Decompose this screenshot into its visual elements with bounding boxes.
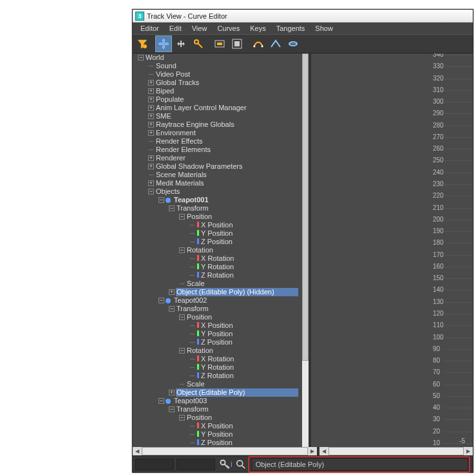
search-icon[interactable] — [234, 457, 248, 471]
tree-row[interactable]: −Rotation — [133, 347, 302, 355]
expander-icon[interactable]: + — [148, 105, 154, 111]
tree-row[interactable]: +Biped — [133, 87, 302, 95]
tree-row[interactable]: ─Scale — [133, 280, 302, 288]
expander-icon[interactable]: + — [169, 390, 175, 395]
tree-row[interactable]: −Position — [133, 414, 302, 422]
expander-icon[interactable]: − — [179, 415, 185, 421]
key-add-button[interactable] — [190, 35, 207, 52]
scrollbar-thumb[interactable] — [302, 53, 309, 361]
menu-keys[interactable]: Keys — [245, 23, 271, 33]
tree-row[interactable]: −Rotation — [133, 246, 302, 254]
hierarchy-tree[interactable]: −World ─Sound ─Video Post +Global Tracks… — [133, 53, 302, 447]
expander-icon[interactable]: + — [148, 130, 154, 136]
expander-icon[interactable]: + — [148, 180, 154, 186]
tangent-auto-button[interactable] — [250, 35, 267, 52]
tree-row[interactable]: ─Z Position — [133, 439, 302, 447]
tree-row[interactable]: ─Y Position — [133, 430, 302, 439]
tree-row[interactable]: ─Y Position — [133, 229, 302, 238]
graph-hscroll-left-arrow[interactable]: ◀ — [319, 447, 328, 455]
tree-row[interactable]: +Object (Editable Poly) — [133, 388, 302, 397]
move-keys-button[interactable] — [155, 35, 172, 52]
tree-row[interactable]: +Renderer — [133, 154, 302, 162]
tree-row[interactable]: ─X Rotation — [133, 254, 302, 263]
tree-row[interactable]: −Teapot003 — [133, 397, 302, 405]
expander-icon[interactable]: + — [148, 80, 154, 86]
expander-icon[interactable]: − — [179, 214, 185, 220]
tree-row[interactable]: +Object (Editable Poly) (Hidden) — [133, 288, 302, 296]
tree-row[interactable]: ─Z Rotation — [133, 372, 302, 380]
tree-row[interactable]: +Environment — [133, 129, 302, 137]
status-field-1[interactable] — [135, 459, 174, 470]
tree-row[interactable]: ─X Position — [133, 422, 302, 430]
menu-curves[interactable]: Curves — [212, 23, 245, 33]
tree-hscroll[interactable] — [142, 447, 308, 455]
graph-hscroll[interactable] — [328, 447, 464, 455]
tree-row[interactable]: −Teapot001 — [133, 196, 302, 204]
tree-row[interactable]: ─Render Effects — [133, 137, 302, 146]
frame-all-button[interactable] — [229, 35, 245, 52]
tree-row[interactable]: ─Sound — [133, 62, 302, 70]
tree-row[interactable]: +Raytrace Engine Globals — [133, 120, 302, 129]
tangent-unify-button[interactable] — [285, 35, 301, 52]
graph-pane[interactable]: 3403303203103002902802702602502402302202… — [311, 53, 473, 447]
menu-view[interactable]: View — [187, 23, 213, 33]
tree-row[interactable]: +Populate — [133, 95, 302, 104]
titlebar[interactable]: 3 Track View - Curve Editor — [133, 10, 473, 23]
menu-show[interactable]: Show — [310, 23, 338, 33]
tree-row[interactable]: ─Z Position — [133, 338, 302, 347]
tree-row[interactable]: −Transform — [133, 305, 302, 313]
tree-row[interactable]: ─Z Position — [133, 238, 302, 246]
selection-name-field[interactable]: Object (Editable Poly) — [251, 458, 468, 471]
expander-icon[interactable]: + — [148, 164, 154, 169]
expander-icon[interactable]: − — [158, 197, 164, 203]
hscroll-left-arrow[interactable]: ◀ — [133, 447, 142, 455]
frame-h-button[interactable] — [211, 35, 228, 52]
status-field-2[interactable] — [176, 459, 215, 470]
expander-icon[interactable]: − — [169, 406, 175, 412]
tree-row[interactable]: ─Scene Materials — [133, 171, 302, 179]
tree-row[interactable]: ─Scale — [133, 380, 302, 388]
expander-icon[interactable]: − — [158, 298, 164, 303]
graph-hscroll-right-arrow[interactable]: ▶ — [464, 447, 473, 455]
menu-editor[interactable]: Editor — [135, 23, 164, 33]
expander-icon[interactable]: − — [179, 314, 185, 320]
tree-row[interactable]: −Transform — [133, 405, 302, 414]
key-icon[interactable] — [218, 457, 232, 471]
slide-keys-button[interactable] — [173, 35, 189, 52]
tree-row[interactable]: +Global Shadow Parameters — [133, 162, 302, 171]
expander-icon[interactable]: − — [179, 348, 185, 354]
tree-scrollbar[interactable] — [302, 53, 309, 447]
hscroll-right-arrow[interactable]: ▶ — [308, 447, 317, 455]
expander-icon[interactable]: + — [148, 97, 154, 102]
tree-row[interactable]: +Global Tracks — [133, 79, 302, 87]
tree-row[interactable]: −Objects — [133, 187, 302, 196]
tree-row[interactable]: −Position — [133, 213, 302, 221]
tree-row[interactable]: ─Y Position — [133, 330, 302, 338]
expander-icon[interactable]: − — [179, 247, 185, 253]
tree-row[interactable]: ─Z Rotation — [133, 271, 302, 280]
expander-icon[interactable]: − — [138, 55, 144, 61]
expander-icon[interactable]: + — [148, 88, 154, 94]
expander-icon[interactable]: − — [148, 189, 154, 195]
expander-icon[interactable]: − — [169, 205, 175, 211]
filter-button[interactable] — [134, 35, 151, 52]
tree-row[interactable]: ─Video Post — [133, 70, 302, 79]
tree-row[interactable]: ─X Rotation — [133, 355, 302, 363]
tree-row[interactable]: ─Y Rotation — [133, 263, 302, 271]
tree-row[interactable]: −Position — [133, 313, 302, 321]
expander-icon[interactable]: + — [169, 289, 175, 295]
tree-row[interactable]: ─X Position — [133, 321, 302, 330]
tree-row[interactable]: +Anim Layer Control Manager — [133, 104, 302, 112]
menu-tangents[interactable]: Tangents — [271, 23, 310, 33]
expander-icon[interactable]: + — [148, 113, 154, 119]
tree-row[interactable]: −Teapot002 — [133, 296, 302, 305]
expander-icon[interactable]: − — [169, 306, 175, 312]
expander-icon[interactable]: + — [148, 122, 154, 128]
tree-row[interactable]: ─X Position — [133, 221, 302, 229]
tangent-break-button[interactable] — [267, 35, 284, 52]
tree-row[interactable]: ─Y Rotation — [133, 363, 302, 372]
tree-row[interactable]: −Transform — [133, 204, 302, 213]
tree-row[interactable]: +SME — [133, 112, 302, 120]
tree-row[interactable]: −World — [133, 53, 302, 62]
tree-row[interactable]: ─Render Elements — [133, 146, 302, 154]
